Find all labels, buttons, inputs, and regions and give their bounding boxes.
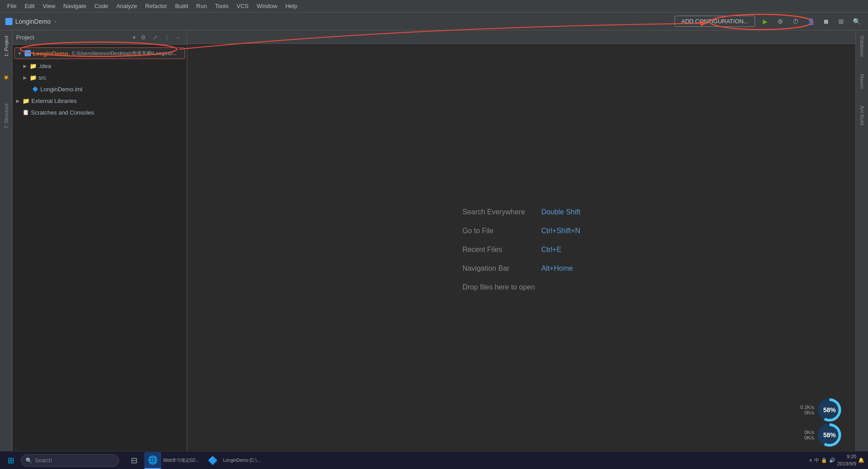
menu-edit[interactable]: Edit <box>21 2 38 10</box>
tree-label-ext-libs: External Libraries <box>31 98 77 104</box>
tray-date: 2019/9/9 <box>837 460 856 467</box>
panel-expand-icon[interactable]: ⤢ <box>150 33 160 43</box>
profile-icon[interactable]: 👤 <box>804 15 817 28</box>
speed-text-2: 0K/s 0K/s <box>804 430 814 440</box>
sidebar-item-project[interactable]: 1: Project <box>2 32 11 60</box>
menu-help[interactable]: Help <box>282 2 301 10</box>
menu-analyze[interactable]: Analyze <box>113 2 141 10</box>
root-project-path: C:\Users\lenovo\Desktop\作业文件\LonginD... <box>72 50 176 57</box>
start-button[interactable]: ⊞ <box>4 453 18 468</box>
menu-build[interactable]: Build <box>172 2 192 10</box>
tree-label-iml: LonginDemo.iml <box>40 86 82 93</box>
settings-icon[interactable]: ⚙ <box>774 15 786 28</box>
speed-text-1: 0.2K/s 0K/s <box>800 405 814 415</box>
search-everywhere-label: Search Everywhere <box>462 208 534 216</box>
menu-window[interactable]: Window <box>253 2 281 10</box>
speed-row-2: 0K/s 0K/s 58% <box>804 423 841 447</box>
project-label: LonginDemo <box>5 18 51 25</box>
tree-item-external-libs[interactable]: ▶ 📁 External Libraries <box>13 95 187 107</box>
panel-settings-icon[interactable]: ⚙ <box>138 33 148 43</box>
browser-app-label: Web学习笔记02:... <box>163 457 199 464</box>
drop-files-text: Drop files here to open <box>462 283 580 291</box>
welcome-shortcuts: Search Everywhere Double Shift Go to Fil… <box>462 208 580 291</box>
tray-speaker-icon[interactable]: 🔊 <box>829 457 835 463</box>
sidebar-item-structure[interactable]: 7: Structure <box>2 100 11 132</box>
shortcut-goto-file: Go to File Ctrl+Shift+N <box>462 227 580 235</box>
menu-code[interactable]: Code <box>91 2 112 10</box>
editor-area: Search Everywhere Double Shift Go to Fil… <box>187 30 855 456</box>
expand-triangle: ▼ <box>17 51 22 56</box>
tray-clock[interactable]: 9:20 2019/9/9 <box>837 453 856 467</box>
speed-widget: 0.2K/s 0K/s 58% 0K/s 0K/s 58% <box>800 398 841 447</box>
speed-circle-2: 58% <box>818 423 841 447</box>
tray-network-icon[interactable]: 🔒 <box>821 457 827 463</box>
menu-vcs[interactable]: VCS <box>233 2 252 10</box>
right-tab-maven[interactable]: Maven <box>858 70 867 92</box>
editor-tabs <box>187 30 855 44</box>
task-view-icon: ⊟ <box>131 456 138 465</box>
taskbar-app-browser[interactable]: 🌐 <box>144 452 161 469</box>
run-button[interactable]: ▶ <box>759 15 771 28</box>
toolbar: LonginDemo › ADD CONFIGURATION... ▶ ⚙ ⏱ … <box>0 13 868 30</box>
tree-item-scratches[interactable]: 📋 Scratches and Consoles <box>13 107 187 118</box>
add-configuration-button[interactable]: ADD CONFIGURATION... <box>675 16 755 27</box>
taskbar-app-intellij[interactable]: 🔷 <box>204 452 221 469</box>
folder-icon-src: 📁 <box>30 74 37 81</box>
shortcut-navigation-bar: Navigation Bar Alt+Home <box>462 264 580 273</box>
tray-lang: 中 <box>814 457 819 464</box>
tree-label-scratches: Scratches and Consoles <box>31 109 94 116</box>
browser-icon: 🌐 <box>148 455 158 465</box>
tree-label-idea: .idea <box>39 63 51 69</box>
navigation-bar-label: Navigation Bar <box>462 264 534 273</box>
main-layout: 1: Project ★ 7: Structure Project ▼ ⚙ ⤢ … <box>0 30 868 456</box>
shortcut-search-everywhere: Search Everywhere Double Shift <box>462 208 580 216</box>
taskbar-apps: ⊟ 🌐 Web学习笔记02:... 🔷 LonginDemo [C:\... <box>125 452 260 469</box>
upload-speed-1: 0.2K/s <box>800 405 814 410</box>
project-icon <box>5 18 13 25</box>
tray-up-icon[interactable]: ∧ <box>809 457 812 463</box>
timer-icon[interactable]: ⏱ <box>789 15 802 28</box>
panel-menu-icon[interactable]: ⋮ <box>162 33 172 43</box>
root-project-name: LonginDemo <box>33 50 68 57</box>
left-sidebar-tabs: 1: Project ★ 7: Structure <box>0 30 13 456</box>
stop-icon[interactable]: ⏹ <box>820 15 832 28</box>
iml-file-icon: 🔷 <box>32 86 39 92</box>
download-speed-2: 0K/s <box>804 435 814 440</box>
right-tab-database[interactable]: Database <box>858 32 867 60</box>
recent-files-key: Ctrl+E <box>541 246 561 254</box>
search-icon[interactable]: 🔍 <box>850 15 863 28</box>
taskbar-search-placeholder: Search <box>35 457 52 464</box>
taskbar-app-task-view[interactable]: ⊟ <box>125 452 142 469</box>
tree-item-idea[interactable]: ▶ 📁 .idea <box>13 60 187 72</box>
taskbar: ⊞ 🔍 Search ⊟ 🌐 Web学习笔记02:... 🔷 LonginDem… <box>0 451 868 469</box>
grid-icon[interactable]: ⊞ <box>835 15 847 28</box>
right-sidebar-tabs: Database Maven Ant Build <box>855 30 868 456</box>
speed-row-1: 0.2K/s 0K/s 58% <box>800 398 841 422</box>
toolbar-icons: ▶ ⚙ ⏱ 👤 ⏹ ⊞ 🔍 <box>759 15 863 28</box>
menu-view[interactable]: View <box>39 2 59 10</box>
menu-file[interactable]: File <box>4 2 20 10</box>
menu-navigate[interactable]: Navigate <box>60 2 90 10</box>
tree-item-src[interactable]: ▶ 📁 src <box>13 72 187 83</box>
menu-tools[interactable]: Tools <box>211 2 232 10</box>
panel-close-icon[interactable]: – <box>173 33 183 43</box>
sidebar-item-favorites[interactable]: ★ <box>0 70 12 85</box>
project-panel: Project ▼ ⚙ ⤢ ⋮ – ▼ LonginDemo C:\Users\… <box>13 30 187 456</box>
project-name[interactable]: LonginDemo <box>15 18 51 25</box>
add-config-label: ADD CONFIGURATION... <box>681 18 748 25</box>
search-everywhere-key: Double Shift <box>541 208 580 216</box>
windows-logo-icon: ⊞ <box>8 456 14 465</box>
breadcrumb-arrow: › <box>54 18 56 25</box>
tree-item-iml[interactable]: 🔷 LonginDemo.iml <box>13 83 187 95</box>
menu-run[interactable]: Run <box>193 2 211 10</box>
menu-refactor[interactable]: Refactor <box>142 2 171 10</box>
menubar: File Edit View Navigate Code Analyze Ref… <box>0 0 868 13</box>
taskbar-search-box[interactable]: 🔍 Search <box>21 454 119 467</box>
right-tab-ant-build[interactable]: Ant Build <box>858 102 867 129</box>
editor-content[interactable]: Search Everywhere Double Shift Go to Fil… <box>187 44 855 456</box>
tray-notification-icon[interactable]: 🔔 <box>858 457 864 463</box>
tree-root-item[interactable]: ▼ LonginDemo C:\Users\lenovo\Desktop\作业文… <box>14 47 185 59</box>
taskbar-tray: ∧ 中 🔒 🔊 9:20 2019/9/9 🔔 <box>809 453 864 467</box>
search-glass-icon: 🔍 <box>26 457 32 464</box>
upload-speed-2: 0K/s <box>804 430 814 435</box>
